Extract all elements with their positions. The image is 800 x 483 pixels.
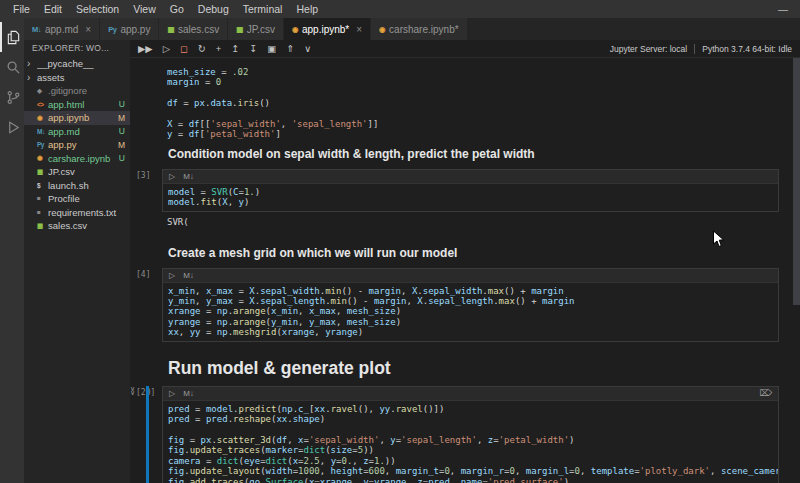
code-token: margin — [374, 296, 407, 306]
code-token: width — [266, 466, 293, 476]
activity-search-icon[interactable] — [0, 52, 24, 82]
code-token: , — [298, 306, 309, 316]
interrupt-kernel-icon[interactable]: ◻ — [180, 43, 188, 54]
code-token: = — [190, 414, 206, 424]
move-cell-up-icon[interactable]: ↥ — [231, 43, 239, 54]
cell-stack: ▷M↓x_min, x_max = X.sepal_width.min() - … — [162, 268, 779, 342]
folder-item-assets[interactable]: ›assets — [24, 71, 130, 85]
file-item-launch-sh[interactable]: $launch.sh — [24, 179, 130, 193]
run-cell-icon[interactable]: ▷ — [163, 43, 170, 54]
code-token: sepal_length — [428, 296, 493, 306]
tab-app-ipynb-[interactable]: ◉app.ipynb*× — [284, 18, 371, 40]
cell-input[interactable]: ∨∨▷M↓⌦pred = model.predict(np.c_[xx.rave… — [162, 386, 779, 483]
markdown-icon[interactable]: M↓ — [183, 172, 194, 181]
close-icon[interactable]: × — [85, 24, 91, 35]
code-token: arange — [233, 306, 266, 316]
run-cell-icon[interactable]: ▷ — [169, 271, 175, 280]
file-type-icon: ▦ — [236, 25, 243, 34]
file-item-procfile[interactable]: ≡Procfile — [24, 192, 130, 206]
code-token: margin_t — [396, 466, 439, 476]
menu-go[interactable]: Go — [163, 0, 191, 18]
code-editor[interactable]: model = SVR(C=1.)model.fit(X, y) — [163, 184, 778, 211]
code-token: xx — [276, 414, 287, 424]
restart-kernel-icon[interactable]: ↻ — [198, 43, 206, 54]
more-actions-icon[interactable]: ∨ — [304, 43, 311, 54]
code-token: df — [189, 119, 200, 129]
run-all-icon[interactable]: ▶▶ — [138, 43, 153, 54]
code-token: fig — [168, 445, 184, 455]
tab-app-md[interactable]: M↓app.md× — [24, 18, 100, 40]
add-cell-icon[interactable]: + — [216, 43, 222, 54]
code-token: scene_camera — [721, 466, 778, 476]
code-token: ) — [358, 327, 363, 337]
code-editor[interactable]: x_min, x_max = X.sepal_width.min() - mar… — [163, 283, 778, 341]
activity-explorer-icon[interactable] — [0, 22, 24, 52]
markdown-cell[interactable]: Condition model on sepal width & length,… — [168, 147, 793, 161]
code-line: xrange = np.arange(x_min, x_max, mesh_si… — [168, 306, 773, 316]
code-token: = — [184, 435, 200, 445]
markdown-cell[interactable]: Create a mesh grid on which we will run … — [168, 246, 793, 260]
menu-terminal[interactable]: Terminal — [236, 0, 290, 18]
export-notebook-icon[interactable]: ⇑ — [286, 43, 294, 54]
cell-input[interactable]: ▷M↓model = SVR(C=1.)model.fit(X, y) — [162, 169, 779, 212]
menu-view[interactable]: View — [126, 0, 163, 18]
delete-cell-icon[interactable]: ⌦ — [759, 388, 772, 398]
jupyter-server-status[interactable]: Jupyter Server: local — [610, 44, 687, 54]
code-editor[interactable]: mesh_size = .02margin = 0 df = px.data.i… — [162, 64, 779, 143]
code-line: xx, yy = np.meshgrid(xrange, yrange) — [168, 327, 773, 337]
menu-debug[interactable]: Debug — [191, 0, 236, 18]
tab-jp-csv[interactable]: ▦JP.csv — [228, 18, 284, 40]
activity-debug-icon[interactable] — [0, 112, 24, 142]
markdown-icon[interactable]: M↓ — [183, 389, 194, 398]
activity-source-control-icon[interactable] — [0, 82, 24, 112]
code-token: , — [287, 435, 298, 445]
file-item-requirements-txt[interactable]: ≡requirements.txt — [24, 206, 130, 220]
file-item-app-md[interactable]: M↓app.mdU — [24, 125, 130, 139]
run-cell-icon[interactable]: ▷ — [169, 172, 175, 181]
file-item-carshare-ipynb[interactable]: ◉carshare.ipynbU — [24, 152, 130, 166]
kernel-status[interactable]: Python 3.7.4 64-bit: Idle — [694, 44, 792, 54]
markdown-icon[interactable]: M↓ — [183, 271, 194, 280]
code-token: xrange — [282, 327, 315, 337]
save-notebook-icon[interactable]: ▣ — [267, 43, 276, 54]
menu-help[interactable]: Help — [289, 0, 325, 18]
git-status-badge: U — [119, 153, 130, 163]
editor-scrollbar[interactable] — [793, 40, 800, 483]
code-token: c_ — [298, 404, 309, 414]
move-cell-down-icon[interactable]: ↧ — [249, 43, 257, 54]
editor-area: ▶▶▷◻↻+↥↧▣⇑∨ Jupyter Server: local Python… — [130, 40, 800, 483]
chevron-right-icon: › — [27, 71, 30, 84]
code-token: min — [331, 296, 347, 306]
cell-input[interactable]: ▷M↓x_min, x_max = X.sepal_width.min() - … — [162, 268, 779, 342]
expand-cell-icon[interactable]: ∨∨ — [130, 387, 135, 396]
file-item-app-ipynb[interactable]: ◉app.ipynbM — [24, 111, 130, 125]
markdown-cell[interactable]: Run model & generate plot — [168, 358, 793, 378]
chevron-down-icon: ∨ — [130, 391, 135, 396]
file-item-app-py[interactable]: Pyapp.pyM — [24, 138, 130, 152]
tab-sales-csv[interactable]: ▦sales.csv — [159, 18, 228, 40]
code-token: max — [488, 286, 504, 296]
code-line — [167, 109, 774, 119]
menu-selection[interactable]: Selection — [69, 0, 126, 18]
code-token: () — [259, 98, 270, 108]
code-token: yrange — [374, 477, 407, 483]
folder-item--pycache-[interactable]: ›__pycache__ — [24, 57, 130, 71]
scrollbar-thumb[interactable] — [793, 40, 800, 305]
menu-file[interactable]: File — [6, 0, 37, 18]
file-item--gitignore[interactable]: ◈.gitignore — [24, 84, 130, 98]
run-cell-icon[interactable]: ▷ — [169, 389, 175, 398]
close-icon[interactable]: × — [356, 24, 362, 35]
code-token: scatter_3d — [217, 435, 271, 445]
code-editor[interactable]: pred = model.predict(np.c_[xx.ravel(), y… — [163, 401, 778, 483]
file-item-app-html[interactable]: <>app.htmlU — [24, 98, 130, 112]
code-token: px — [194, 98, 205, 108]
code-line: fig.add_traces(go.Surface(x=xrange, y=yr… — [168, 477, 773, 483]
cell-input[interactable]: mesh_size = .02margin = 0 df = px.data.i… — [162, 64, 779, 143]
menu-edit[interactable]: Edit — [37, 0, 69, 18]
window-minimize-icon[interactable]: — — [766, 4, 800, 15]
file-item-jp-csv[interactable]: ▦JP.csv — [24, 165, 130, 179]
code-line: mesh_size = .02 — [167, 67, 774, 77]
tab-carshare-ipynb-[interactable]: ◉carshare.ipynb* — [371, 18, 468, 40]
tab-app-py[interactable]: Pyapp.py — [100, 18, 159, 40]
file-item-sales-csv[interactable]: ▦sales.csv — [24, 219, 130, 233]
